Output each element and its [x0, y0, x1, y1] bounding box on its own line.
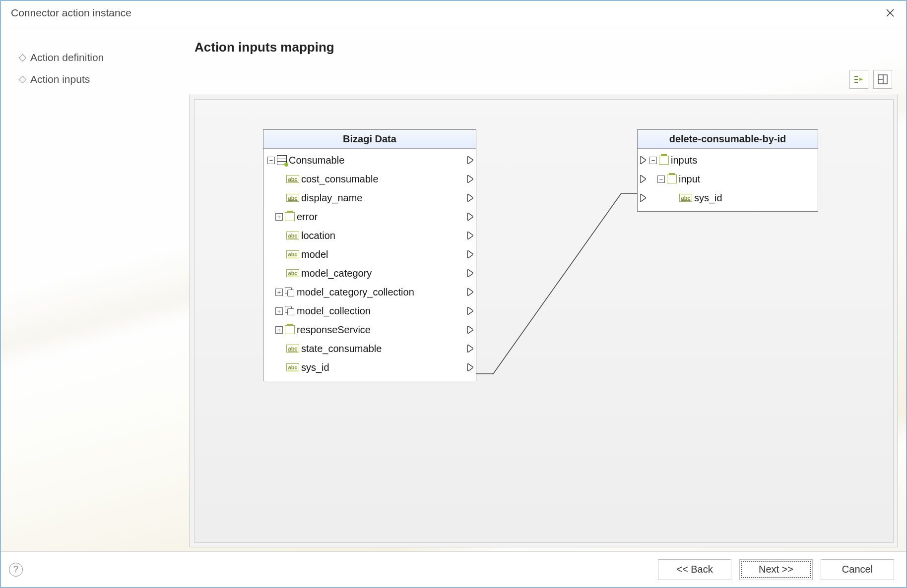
object-type-icon — [285, 325, 295, 334]
tree-node-label: display_name — [301, 192, 362, 204]
help-button[interactable]: ? — [9, 563, 23, 577]
tree-node-input[interactable]: − input — [642, 170, 814, 188]
output-port-icon[interactable] — [468, 157, 473, 164]
string-type-icon: abc — [286, 345, 299, 353]
output-port-icon[interactable] — [468, 270, 473, 277]
input-port-icon[interactable] — [641, 194, 646, 201]
tree-node-label: model — [301, 249, 328, 260]
mapping-canvas[interactable]: Bizagi Data − Consumable abc — [194, 99, 894, 543]
entity-icon — [277, 155, 287, 165]
sidebar-item-action-definition[interactable]: Action definition — [20, 47, 190, 68]
tree-node-label: model_category_collection — [297, 287, 414, 298]
string-type-icon: abc — [286, 232, 299, 239]
tree-node-label: model_collection — [297, 305, 371, 317]
next-button[interactable]: Next >> — [739, 559, 813, 580]
layout-button[interactable] — [873, 70, 892, 89]
close-icon — [886, 8, 895, 17]
svg-marker-5 — [859, 78, 863, 81]
tree-node-label: state_consumable — [301, 343, 382, 354]
tree-node-cost-consumable[interactable]: abc cost_consumable — [267, 170, 472, 188]
page-heading: Action inputs mapping — [190, 25, 902, 65]
expand-icon[interactable]: + — [275, 289, 283, 296]
string-type-icon: abc — [679, 194, 692, 202]
help-icon: ? — [13, 564, 18, 575]
output-port-icon[interactable] — [468, 232, 473, 239]
collapse-icon[interactable]: − — [657, 176, 665, 183]
tree-node-label: inputs — [671, 155, 697, 166]
back-button[interactable]: << Back — [658, 559, 731, 580]
target-panel[interactable]: delete-consumable-by-id − inputs — [637, 129, 818, 212]
string-type-icon: abc — [286, 175, 299, 183]
string-type-icon: abc — [286, 269, 299, 277]
tree-node-label: model_category — [301, 268, 372, 279]
collection-type-icon — [285, 287, 295, 297]
tree-node-label: sys_id — [301, 362, 329, 373]
output-port-icon[interactable] — [468, 345, 473, 352]
output-port-icon[interactable] — [468, 213, 473, 220]
main-area: Action inputs mapping — [190, 25, 902, 547]
output-port-icon[interactable] — [468, 364, 473, 371]
output-port-icon[interactable] — [468, 176, 473, 182]
output-port-icon[interactable] — [468, 251, 473, 258]
tree-node-response-service[interactable]: + responseService — [267, 320, 472, 339]
footer-bar: ? << Back Next >> Cancel — [1, 551, 906, 587]
tree-node-inputs[interactable]: − inputs — [642, 151, 814, 170]
object-type-icon — [667, 175, 677, 183]
mapping-canvas-frame: Bizagi Data − Consumable abc — [190, 95, 898, 547]
tree-node-label: location — [301, 230, 335, 241]
output-port-icon[interactable] — [468, 307, 473, 314]
tree-node-location[interactable]: abc location — [267, 226, 472, 245]
tree-node-consumable[interactable]: − Consumable — [267, 151, 472, 170]
tree-node-label: sys_id — [694, 192, 722, 204]
tree-node-label: responseService — [297, 324, 371, 336]
window-title: Connector action instance — [11, 7, 878, 19]
output-port-icon[interactable] — [468, 326, 473, 333]
close-button[interactable] — [878, 3, 902, 23]
tree-node-sys-id-target[interactable]: abc sys_id — [642, 188, 814, 207]
tree-node-label: cost_consumable — [301, 174, 379, 185]
tree-node-display-name[interactable]: abc display_name — [267, 188, 472, 207]
tree-node-state-consumable[interactable]: abc state_consumable — [267, 339, 472, 358]
tree-node-sys-id[interactable]: abc sys_id — [267, 358, 472, 377]
tree-node-model[interactable]: abc model — [267, 245, 472, 264]
collapse-icon[interactable]: − — [267, 157, 275, 164]
object-type-icon — [659, 156, 669, 165]
step-marker-icon — [19, 54, 27, 61]
collapse-icon[interactable]: − — [649, 157, 657, 164]
auto-map-button[interactable] — [849, 70, 868, 89]
source-panel-title: Bizagi Data — [263, 130, 476, 149]
cancel-button[interactable]: Cancel — [821, 559, 894, 580]
source-tree: − Consumable abc cost_consumable — [263, 149, 476, 381]
tree-node-label: error — [297, 211, 318, 223]
expand-icon[interactable]: + — [275, 326, 283, 334]
tree-node-model-category[interactable]: abc model_category — [267, 264, 472, 283]
tree-node-error[interactable]: + error — [267, 207, 472, 226]
target-tree: − inputs − input — [638, 149, 818, 211]
source-panel[interactable]: Bizagi Data − Consumable abc — [263, 129, 476, 381]
expand-icon[interactable]: + — [275, 307, 283, 315]
dialog-window: Connector action instance Action definit… — [0, 0, 907, 588]
output-port-icon[interactable] — [468, 289, 473, 295]
sidebar-item-action-inputs[interactable]: Action inputs — [20, 68, 190, 90]
input-port-icon[interactable] — [641, 176, 646, 182]
sidebar-item-label: Action inputs — [30, 73, 90, 85]
mapping-toolbar — [190, 65, 902, 95]
target-panel-title: delete-consumable-by-id — [638, 130, 818, 149]
string-type-icon: abc — [286, 194, 299, 202]
collection-type-icon — [285, 306, 295, 316]
body-area: Action definition Action inputs Action i… — [1, 25, 906, 551]
titlebar: Connector action instance — [1, 1, 906, 25]
object-type-icon — [285, 212, 295, 221]
string-type-icon: abc — [286, 363, 299, 371]
tree-node-model-category-collection[interactable]: + model_category_collection — [267, 283, 472, 301]
tree-node-label: Consumable — [289, 155, 344, 166]
expand-icon[interactable]: + — [275, 213, 283, 221]
step-marker-icon — [19, 75, 27, 83]
tree-node-model-collection[interactable]: + model_collection — [267, 301, 472, 320]
auto-map-icon — [853, 73, 865, 85]
output-port-icon[interactable] — [468, 194, 473, 201]
input-port-icon[interactable] — [641, 157, 646, 164]
string-type-icon: abc — [286, 250, 299, 258]
tree-node-label: input — [679, 174, 700, 185]
sidebar-item-label: Action definition — [30, 52, 104, 63]
